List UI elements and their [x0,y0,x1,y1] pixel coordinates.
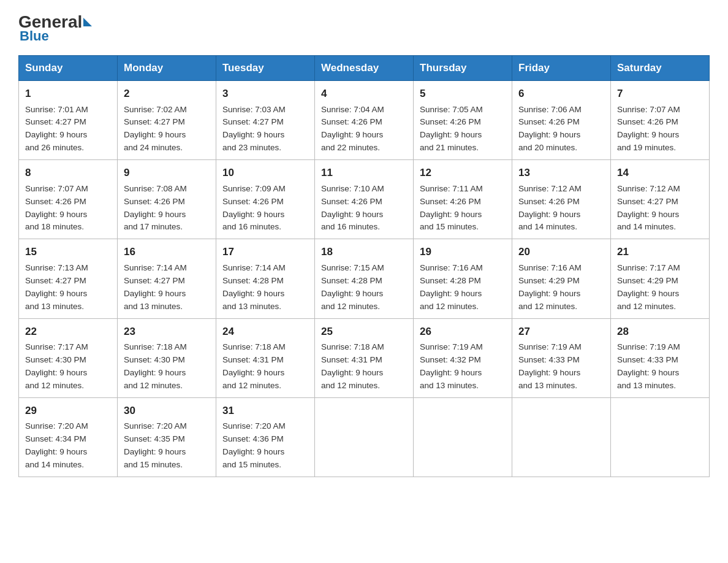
day-info: Sunrise: 7:14 AMSunset: 4:27 PMDaylight:… [124,262,210,313]
day-number: 8 [25,165,111,181]
weekday-header-thursday: Thursday [414,56,512,81]
weekday-header-monday: Monday [118,56,216,81]
calendar-cell: 12Sunrise: 7:11 AMSunset: 4:26 PMDayligh… [414,160,512,239]
day-info: Sunrise: 7:14 AMSunset: 4:28 PMDaylight:… [222,262,308,313]
calendar-cell: 23Sunrise: 7:18 AMSunset: 4:30 PMDayligh… [118,318,216,397]
day-number: 12 [420,165,506,181]
calendar-cell: 7Sunrise: 7:07 AMSunset: 4:26 PMDaylight… [611,81,710,160]
calendar-cell: 27Sunrise: 7:19 AMSunset: 4:33 PMDayligh… [512,318,611,397]
calendar-cell: 19Sunrise: 7:16 AMSunset: 4:28 PMDayligh… [414,239,512,318]
day-info: Sunrise: 7:06 AMSunset: 4:26 PMDaylight:… [518,104,604,155]
calendar-body: 1Sunrise: 7:01 AMSunset: 4:27 PMDaylight… [19,81,710,477]
day-info: Sunrise: 7:01 AMSunset: 4:27 PMDaylight:… [25,104,111,155]
day-info: Sunrise: 7:18 AMSunset: 4:31 PMDaylight:… [321,341,407,393]
calendar-cell: 5Sunrise: 7:05 AMSunset: 4:26 PMDaylight… [414,81,512,160]
day-number: 9 [124,165,210,181]
day-info: Sunrise: 7:20 AMSunset: 4:35 PMDaylight:… [124,420,210,472]
calendar-cell: 1Sunrise: 7:01 AMSunset: 4:27 PMDaylight… [19,81,118,160]
day-info: Sunrise: 7:09 AMSunset: 4:26 PMDaylight:… [222,183,308,234]
day-number: 18 [321,244,407,260]
day-number: 26 [420,324,506,340]
day-info: Sunrise: 7:19 AMSunset: 4:32 PMDaylight:… [420,341,506,393]
day-info: Sunrise: 7:03 AMSunset: 4:27 PMDaylight:… [222,104,308,155]
day-info: Sunrise: 7:17 AMSunset: 4:30 PMDaylight:… [25,341,111,393]
day-number: 10 [222,165,308,181]
calendar-cell: 26Sunrise: 7:19 AMSunset: 4:32 PMDayligh… [414,318,512,397]
day-info: Sunrise: 7:19 AMSunset: 4:33 PMDaylight:… [617,341,703,393]
calendar-cell: 4Sunrise: 7:04 AMSunset: 4:26 PMDaylight… [315,81,414,160]
calendar-cell: 24Sunrise: 7:18 AMSunset: 4:31 PMDayligh… [216,318,315,397]
calendar-cell [611,397,710,477]
calendar-cell: 13Sunrise: 7:12 AMSunset: 4:26 PMDayligh… [512,160,611,239]
day-number: 14 [617,165,703,181]
logo-triangle-icon [83,18,92,26]
day-number: 5 [420,86,506,102]
day-number: 3 [222,86,308,102]
day-info: Sunrise: 7:05 AMSunset: 4:26 PMDaylight:… [420,104,506,155]
day-info: Sunrise: 7:16 AMSunset: 4:28 PMDaylight:… [420,262,506,313]
calendar-cell: 22Sunrise: 7:17 AMSunset: 4:30 PMDayligh… [19,318,118,397]
weekday-header-wednesday: Wednesday [315,56,414,81]
day-number: 7 [617,86,703,102]
day-info: Sunrise: 7:07 AMSunset: 4:26 PMDaylight:… [25,183,111,234]
day-info: Sunrise: 7:11 AMSunset: 4:26 PMDaylight:… [420,183,506,234]
calendar-cell: 14Sunrise: 7:12 AMSunset: 4:27 PMDayligh… [611,160,710,239]
day-number: 29 [25,403,111,419]
calendar-cell: 20Sunrise: 7:16 AMSunset: 4:29 PMDayligh… [512,239,611,318]
calendar-cell: 31Sunrise: 7:20 AMSunset: 4:36 PMDayligh… [216,397,315,477]
day-number: 1 [25,86,111,102]
calendar-cell: 15Sunrise: 7:13 AMSunset: 4:27 PMDayligh… [19,239,118,318]
calendar-header: SundayMondayTuesdayWednesdayThursdayFrid… [19,56,710,81]
calendar-cell: 21Sunrise: 7:17 AMSunset: 4:29 PMDayligh… [611,239,710,318]
calendar-cell: 29Sunrise: 7:20 AMSunset: 4:34 PMDayligh… [19,397,118,477]
day-info: Sunrise: 7:15 AMSunset: 4:28 PMDaylight:… [321,262,407,313]
day-info: Sunrise: 7:02 AMSunset: 4:27 PMDaylight:… [124,104,210,155]
day-info: Sunrise: 7:20 AMSunset: 4:36 PMDaylight:… [222,420,308,472]
calendar-cell: 16Sunrise: 7:14 AMSunset: 4:27 PMDayligh… [118,239,216,318]
calendar-cell: 10Sunrise: 7:09 AMSunset: 4:26 PMDayligh… [216,160,315,239]
calendar-cell: 25Sunrise: 7:18 AMSunset: 4:31 PMDayligh… [315,318,414,397]
calendar-cell: 17Sunrise: 7:14 AMSunset: 4:28 PMDayligh… [216,239,315,318]
calendar-cell: 9Sunrise: 7:08 AMSunset: 4:26 PMDaylight… [118,160,216,239]
page-header: General Blue [18,12,710,44]
day-info: Sunrise: 7:18 AMSunset: 4:30 PMDaylight:… [124,341,210,393]
day-number: 30 [124,403,210,419]
day-number: 4 [321,86,407,102]
day-info: Sunrise: 7:07 AMSunset: 4:26 PMDaylight:… [617,104,703,155]
day-info: Sunrise: 7:16 AMSunset: 4:29 PMDaylight:… [518,262,604,313]
day-number: 15 [25,244,111,260]
week-row-2: 8Sunrise: 7:07 AMSunset: 4:26 PMDaylight… [19,160,710,239]
day-number: 19 [420,244,506,260]
week-row-3: 15Sunrise: 7:13 AMSunset: 4:27 PMDayligh… [19,239,710,318]
day-number: 27 [518,324,604,340]
day-info: Sunrise: 7:19 AMSunset: 4:33 PMDaylight:… [518,341,604,393]
calendar-cell: 18Sunrise: 7:15 AMSunset: 4:28 PMDayligh… [315,239,414,318]
day-number: 31 [222,403,308,419]
calendar-cell [512,397,611,477]
day-number: 6 [518,86,604,102]
day-number: 24 [222,324,308,340]
weekday-header-sunday: Sunday [19,56,118,81]
day-number: 25 [321,324,407,340]
day-info: Sunrise: 7:10 AMSunset: 4:26 PMDaylight:… [321,183,407,234]
calendar-cell: 28Sunrise: 7:19 AMSunset: 4:33 PMDayligh… [611,318,710,397]
day-info: Sunrise: 7:18 AMSunset: 4:31 PMDaylight:… [222,341,308,393]
calendar-cell: 30Sunrise: 7:20 AMSunset: 4:35 PMDayligh… [118,397,216,477]
day-info: Sunrise: 7:13 AMSunset: 4:27 PMDaylight:… [25,262,111,313]
calendar-cell [315,397,414,477]
day-number: 17 [222,244,308,260]
day-info: Sunrise: 7:12 AMSunset: 4:27 PMDaylight:… [617,183,703,234]
calendar-cell: 2Sunrise: 7:02 AMSunset: 4:27 PMDaylight… [118,81,216,160]
calendar-table: SundayMondayTuesdayWednesdayThursdayFrid… [18,55,710,477]
day-number: 2 [124,86,210,102]
day-info: Sunrise: 7:04 AMSunset: 4:26 PMDaylight:… [321,104,407,155]
day-number: 13 [518,165,604,181]
weekday-header-tuesday: Tuesday [216,56,315,81]
logo-blue: Blue [20,28,49,44]
calendar-cell: 3Sunrise: 7:03 AMSunset: 4:27 PMDaylight… [216,81,315,160]
day-info: Sunrise: 7:12 AMSunset: 4:26 PMDaylight:… [518,183,604,234]
week-row-4: 22Sunrise: 7:17 AMSunset: 4:30 PMDayligh… [19,318,710,397]
day-number: 11 [321,165,407,181]
week-row-5: 29Sunrise: 7:20 AMSunset: 4:34 PMDayligh… [19,397,710,477]
weekday-header-friday: Friday [512,56,611,81]
